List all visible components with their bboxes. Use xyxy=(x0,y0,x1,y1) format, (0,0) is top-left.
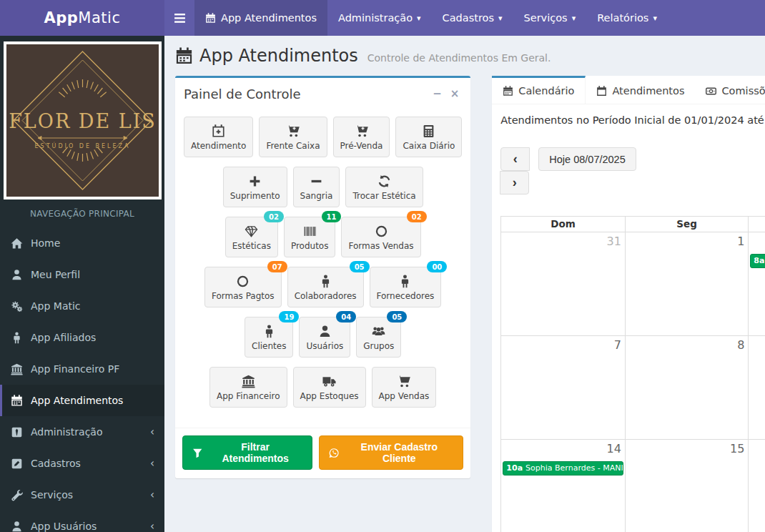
sidebar-item-app-usuarios[interactable]: App Usuários‹ xyxy=(0,511,164,532)
button-label: Enviar Cadastro Cliente xyxy=(345,441,453,464)
tile-label: Atendimento xyxy=(191,141,246,151)
whatsapp-icon xyxy=(329,448,339,458)
tile-label: Usuários xyxy=(306,341,343,351)
calendar-plus-icon xyxy=(212,124,225,138)
event-title: Sophia Bernardes - MANICUR xyxy=(525,463,623,473)
user-icon xyxy=(11,269,23,281)
tile-pre-venda[interactable]: Pré-Venda xyxy=(333,117,390,157)
tile-usuarios[interactable]: 04Usuários xyxy=(299,317,350,358)
sidebar-item-home[interactable]: Home xyxy=(0,227,164,259)
navbar-item-servicos[interactable]: Serviços▾ xyxy=(513,0,587,36)
calendar-week-row: 31 1 8aLuiz Ju xyxy=(501,232,765,335)
tile-label: Suprimento xyxy=(230,191,280,201)
tab-comissoes[interactable]: Comissões xyxy=(695,76,765,104)
company-logo: FLOR DE LIS ESTÚDIO DE BELEZA xyxy=(4,41,162,200)
tile-produtos[interactable]: 11Produtos xyxy=(284,217,336,257)
calendar-event[interactable]: 10aSophia Bernardes - MANICUR xyxy=(503,461,623,476)
tile-trocar-estetica[interactable]: Trocar Estética xyxy=(345,167,423,207)
day-cell: 31 xyxy=(501,232,625,335)
tab-label: Atendimentos xyxy=(612,85,684,97)
calendar-icon xyxy=(11,395,23,407)
tile-fornecedores[interactable]: 00Fornecedores xyxy=(370,267,442,307)
person-icon xyxy=(398,275,412,288)
prev-month-button[interactable]: ‹ xyxy=(500,147,530,171)
box-title: Painel de Controle xyxy=(184,87,301,102)
today-button[interactable]: Hoje 08/07/2025 xyxy=(538,147,636,171)
barcode-icon xyxy=(303,225,317,238)
day-number: 14 xyxy=(501,440,625,458)
tile-esteticas[interactable]: 02Estéticas xyxy=(225,217,278,257)
tab-label: Calendário xyxy=(518,85,574,97)
tile-label: Caixa Diário xyxy=(403,141,455,151)
tile-caixa-diario[interactable]: Caixa Diário xyxy=(395,117,462,157)
sidebar-item-app-matic[interactable]: App Matic xyxy=(0,290,164,322)
minimize-icon[interactable]: − xyxy=(433,89,442,99)
tile-grupos[interactable]: 05Grupos xyxy=(356,317,401,358)
tile-sangria[interactable]: Sangria xyxy=(293,167,340,207)
navbar-item-relatorios[interactable]: Relatórios▾ xyxy=(586,0,668,36)
sidebar: FLOR DE LIS ESTÚDIO DE BELEZA NAVEGAÇÃO … xyxy=(0,36,164,532)
close-icon[interactable]: × xyxy=(450,89,460,99)
person-icon xyxy=(11,332,23,344)
sidebar-item-label: App Financeiro PF xyxy=(31,363,119,375)
person-icon xyxy=(262,325,276,338)
sidebar-item-app-afiliados[interactable]: App Afiliados xyxy=(0,322,164,353)
sidebar-item-administracao[interactable]: Administração‹ xyxy=(0,416,164,448)
briefcase-icon xyxy=(11,426,23,438)
calendar-event[interactable]: 8aLuiz Ju xyxy=(750,254,765,268)
bank-icon xyxy=(11,363,23,375)
navbar-item-label: Serviços xyxy=(524,12,568,24)
tab-atendimentos[interactable]: Atendimentos xyxy=(586,76,695,104)
tile-label: App Estoques xyxy=(300,391,359,401)
tile-formas-pagtos[interactable]: 07Formas Pagtos xyxy=(204,267,282,307)
tile-label: Sangria xyxy=(300,191,333,201)
navbar-item-label: App Atendimentos xyxy=(221,12,317,24)
button-label: Filtrar Atendimentos xyxy=(208,441,302,464)
flor-de-lis-logo-image: FLOR DE LIS ESTÚDIO DE BELEZA xyxy=(6,44,159,197)
tile-atendimento[interactable]: Atendimento xyxy=(184,117,253,157)
caret-down-icon: ▾ xyxy=(498,14,503,23)
day-cell: 15 xyxy=(625,440,749,532)
day-cell: 1 xyxy=(625,232,749,335)
sidebar-item-app-financeiro-pf[interactable]: App Financeiro PF xyxy=(0,353,164,385)
sidebar-item-label: Serviços xyxy=(31,489,73,501)
calendar-grid: Dom Seg 31 1 8aLuiz Ju 7 8 xyxy=(500,216,765,532)
box-header: Painel de Controle − × xyxy=(175,78,470,108)
money-icon xyxy=(706,86,716,97)
tile-frente-caixa[interactable]: Frente Caixa xyxy=(259,117,327,157)
tile-colaboradores[interactable]: 05Colaboradores xyxy=(287,267,364,307)
sidebar-item-meu-perfil[interactable]: Meu Perfil xyxy=(0,259,164,290)
count-badge: 05 xyxy=(387,311,407,322)
calendar-week-row: 7 8 xyxy=(501,335,765,439)
calculator-icon xyxy=(422,124,435,138)
wrench-icon xyxy=(11,489,23,501)
sidebar-item-cadastros[interactable]: Cadastros‹ xyxy=(0,448,164,479)
day-number: 8 xyxy=(626,336,749,354)
tab-calendario[interactable]: Calendário xyxy=(492,76,586,104)
user-icon xyxy=(318,325,332,338)
brand-logo[interactable]: App Matic xyxy=(0,0,164,36)
circle-icon xyxy=(375,225,388,238)
navbar-item-app-atendimentos[interactable]: App Atendimentos xyxy=(194,0,327,36)
count-badge: 11 xyxy=(322,211,342,222)
sidebar-item-servicos[interactable]: Serviços‹ xyxy=(0,479,164,511)
sidebar-item-label: App Matic xyxy=(31,300,81,312)
user-icon xyxy=(11,521,23,532)
sidebar-item-app-atendimentos[interactable]: App Atendimentos xyxy=(0,385,164,416)
tile-suprimento[interactable]: Suprimento xyxy=(223,167,287,207)
tile-app-estoques[interactable]: App Estoques xyxy=(293,367,366,408)
navbar-item-administracao[interactable]: Administração▾ xyxy=(327,0,432,36)
count-badge: 04 xyxy=(336,311,356,322)
tile-app-vendas[interactable]: App Vendas xyxy=(372,367,437,408)
tile-label: Estéticas xyxy=(232,241,271,251)
filtrar-atendimentos-button[interactable]: Filtrar Atendimentos xyxy=(182,435,312,470)
navbar-item-cadastros[interactable]: Cadastros▾ xyxy=(432,0,513,36)
tile-formas-vendas[interactable]: 02Formas Vendas xyxy=(341,217,420,257)
sidebar-menu: Home Meu Perfil App Matic App Afiliados … xyxy=(0,227,164,532)
tile-label: App Financeiro xyxy=(217,391,280,401)
tile-clientes[interactable]: 19Clientes xyxy=(245,317,293,358)
sidebar-toggle-button[interactable] xyxy=(164,0,194,36)
enviar-cadastro-cliente-button[interactable]: Enviar Cadastro Cliente xyxy=(319,435,464,470)
next-month-button[interactable]: › xyxy=(500,171,529,194)
tile-app-financeiro[interactable]: App Financeiro xyxy=(209,367,287,408)
